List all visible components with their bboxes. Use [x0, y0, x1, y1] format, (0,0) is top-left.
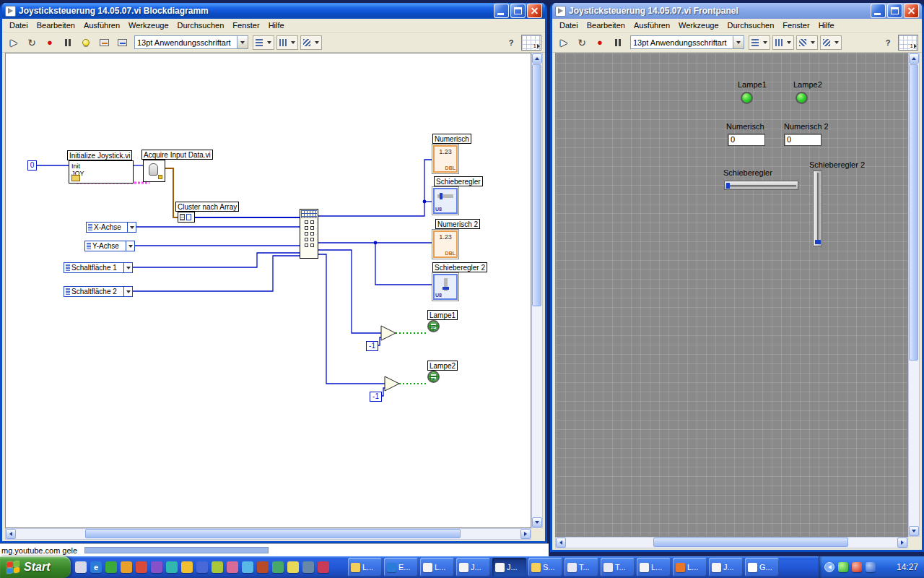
hide-icons-chevron[interactable]: [824, 562, 834, 572]
vertical-scrollbar[interactable]: [908, 53, 920, 537]
selector-schaltflaeche-2[interactable]: Schaltfläche 2: [64, 286, 133, 297]
front-panel-canvas[interactable]: Lampe1 Lampe2 Numerisch Numerisch 2 0 0 …: [555, 53, 908, 537]
horizontal-scrollbar[interactable]: [5, 528, 531, 540]
menu-ausfuehren[interactable]: Ausführen: [629, 20, 674, 31]
not-equal-node[interactable]: [381, 326, 396, 340]
slider-thumb[interactable]: [726, 183, 730, 189]
tray-icon[interactable]: [866, 562, 876, 572]
scroll-up-button[interactable]: [909, 53, 919, 64]
help-button[interactable]: ?: [880, 35, 896, 51]
scroll-down-button[interactable]: [909, 526, 919, 536]
numerisch-terminal[interactable]: 1.23 DBL: [432, 144, 459, 174]
scrollbar-thumb[interactable]: [85, 529, 461, 538]
schieberegler-slider[interactable]: [724, 181, 798, 190]
run-button[interactable]: ▶: [6, 35, 22, 51]
selector-y-achse[interactable]: Y-Achse: [84, 241, 135, 251]
quicklaunch-icon[interactable]: [272, 561, 284, 573]
tray-icon[interactable]: [838, 562, 848, 572]
quicklaunch-icon[interactable]: [212, 561, 223, 573]
init-vi-label[interactable]: Initialize Joystick.vi: [67, 150, 132, 160]
ie-icon[interactable]: e: [90, 561, 102, 573]
highlight-execution-button[interactable]: [78, 35, 94, 51]
numerisch-2-label[interactable]: Numerisch 2: [435, 219, 480, 229]
font-selector[interactable]: 13pt Anwendungsschriftart: [630, 35, 744, 49]
quicklaunch-icon[interactable]: [196, 561, 208, 573]
font-dropdown-arrow[interactable]: [733, 36, 744, 48]
scroll-down-button[interactable]: [532, 517, 542, 527]
retain-wire-values-button[interactable]: [96, 35, 112, 51]
menu-datei[interactable]: Datei: [5, 20, 32, 31]
selector-schaltflaeche-1[interactable]: Schaltfläche 1: [64, 262, 133, 273]
wire[interactable]: [375, 243, 432, 285]
selector-dropdown-arrow[interactable]: [127, 223, 136, 232]
vertical-scrollbar[interactable]: [531, 53, 543, 528]
acquire-input-data-vi-node[interactable]: [143, 160, 165, 182]
wire[interactable]: [382, 388, 385, 396]
numeric-constant-zero[interactable]: 0: [27, 160, 37, 171]
menu-hilfe[interactable]: Hilfe: [264, 20, 289, 31]
wire[interactable]: [132, 253, 300, 267]
menu-durchsuchen[interactable]: Durchsuchen: [173, 20, 229, 31]
maximize-button[interactable]: [887, 4, 902, 18]
lampe2-terminal[interactable]: TF: [427, 371, 440, 383]
menu-werkzeuge[interactable]: Werkzeuge: [674, 20, 723, 31]
reorder-dropdown[interactable]: [300, 35, 322, 50]
abort-button[interactable]: ●: [42, 35, 58, 51]
lampe1-terminal[interactable]: TF: [427, 320, 440, 332]
selector-dropdown-arrow[interactable]: [126, 241, 134, 251]
minimize-button[interactable]: [494, 4, 509, 18]
menu-ausfuehren[interactable]: Ausführen: [79, 20, 124, 31]
scroll-left-button[interactable]: [556, 538, 566, 548]
wire[interactable]: [318, 160, 432, 216]
help-button[interactable]: ?: [503, 35, 519, 51]
numerisch-2-field[interactable]: 0: [784, 134, 821, 146]
resize-objects-dropdown[interactable]: [796, 35, 818, 50]
quicklaunch-icon[interactable]: [257, 561, 269, 573]
taskbar-window-button[interactable]: L...: [348, 558, 382, 577]
taskbar-window-button[interactable]: L...: [420, 558, 454, 577]
quicklaunch-icon[interactable]: [302, 561, 314, 573]
horizontal-scrollbar[interactable]: [555, 537, 908, 548]
minus-one-constant[interactable]: -1: [366, 341, 378, 351]
run-continuous-button[interactable]: ↻: [24, 35, 40, 51]
menu-fenster[interactable]: Fenster: [228, 20, 263, 31]
lampe1-led[interactable]: [741, 92, 753, 104]
cluster-to-array-node[interactable]: [178, 212, 195, 223]
titlebar[interactable]: Joysticksteuerung 14.05.07.vi Frontpanel: [552, 3, 922, 19]
abort-button[interactable]: ●: [592, 35, 608, 51]
taskbar-window-button[interactable]: T...: [601, 558, 635, 577]
quicklaunch-icon[interactable]: [105, 561, 117, 573]
taskbar-window-button[interactable]: L...: [637, 558, 671, 577]
quicklaunch-icon[interactable]: [181, 561, 193, 573]
scrollbar-thumb[interactable]: [532, 64, 541, 306]
numerisch-2-terminal[interactable]: 1.23 DBL: [432, 229, 459, 259]
quicklaunch-icon[interactable]: [287, 561, 299, 573]
quicklaunch-icon[interactable]: [121, 561, 132, 573]
initialize-joystick-vi-node[interactable]: Init JOY: [69, 160, 134, 184]
lampe1-label[interactable]: Lampe1: [427, 310, 458, 320]
menu-bearbeiten[interactable]: Bearbeiten: [583, 20, 629, 31]
navigation-window-icon[interactable]: 1: [521, 35, 541, 51]
taskbar-window-button[interactable]: L...: [673, 558, 707, 577]
selector-dropdown-arrow[interactable]: [123, 287, 132, 296]
pause-button[interactable]: [60, 35, 76, 51]
minus-one-constant[interactable]: -1: [370, 392, 382, 402]
taskbar-window-button[interactable]: T...: [565, 558, 598, 577]
scrollbar-thumb[interactable]: [653, 538, 848, 547]
schieberegler-2-terminal[interactable]: U8: [432, 272, 459, 301]
index-array-node[interactable]: [300, 209, 318, 259]
lampe2-led[interactable]: [796, 92, 808, 104]
not-equal-node[interactable]: [385, 376, 399, 391]
close-button[interactable]: [527, 4, 542, 18]
schieberegler-terminal[interactable]: U8: [432, 186, 459, 215]
scroll-left-button[interactable]: [6, 529, 16, 539]
menu-hilfe[interactable]: Hilfe: [814, 20, 839, 31]
align-objects-dropdown[interactable]: [749, 35, 770, 50]
quicklaunch-icon[interactable]: [227, 561, 238, 573]
quicklaunch-icon[interactable]: [136, 561, 147, 573]
selector-dropdown-arrow[interactable]: [123, 263, 132, 272]
quicklaunch-icon[interactable]: [151, 561, 162, 573]
quicklaunch-icon[interactable]: [318, 561, 329, 573]
wire[interactable]: [318, 250, 381, 333]
reorder-dropdown[interactable]: [820, 35, 842, 50]
